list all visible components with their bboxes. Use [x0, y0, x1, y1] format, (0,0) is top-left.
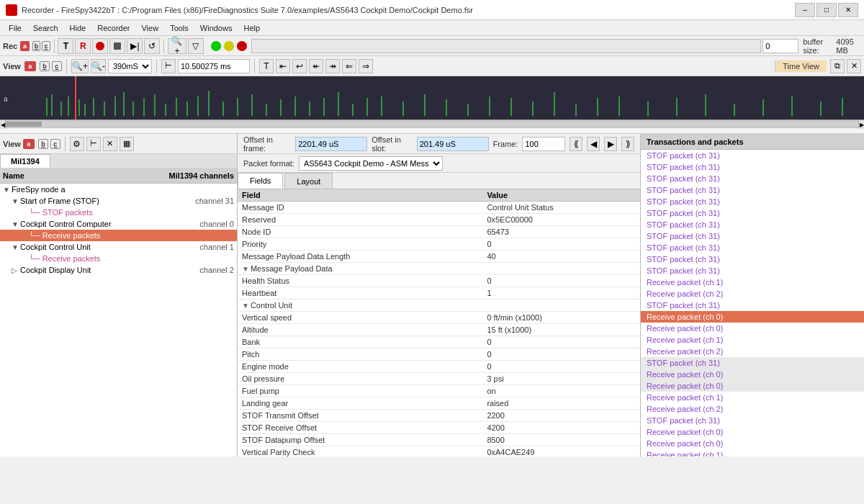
list-item[interactable]: Receive packet (ch 0)	[641, 426, 864, 438]
list-item[interactable]: Receive packet (ch 0)	[641, 369, 864, 380]
table-row[interactable]: STOF Datapump Offset8500	[238, 434, 640, 446]
list-item[interactable]: STOF packet (ch 31)	[641, 207, 864, 219]
table-row[interactable]: STOF Receive Offset4200	[238, 422, 640, 434]
maximize-button[interactable]: □	[816, 3, 837, 17]
list-item[interactable]: STOF packet (ch 31)	[641, 196, 864, 207]
tree-node-cdu[interactable]: ▷ Cockpit Display Unit channel 2	[0, 264, 237, 276]
tv-btn-left[interactable]: ↞	[309, 59, 323, 73]
h-scrollbar[interactable]: ◀ ▶	[0, 120, 864, 128]
list-item[interactable]: STOF packet (ch 31)	[641, 300, 864, 311]
list-item[interactable]: Receive packet (ch 0)	[641, 380, 864, 392]
close-button[interactable]: ✕	[838, 3, 858, 17]
table-row[interactable]: Landing gearraised	[238, 397, 640, 410]
table-row[interactable]: Pitch0	[238, 348, 640, 361]
nav-next-btn[interactable]: ▶	[604, 137, 617, 151]
zoom-in-button[interactable]: 🔍+	[168, 38, 186, 54]
tv-btn-next[interactable]: ⇒	[359, 59, 373, 73]
table-row[interactable]: Message Payload Data Length40	[238, 251, 640, 263]
list-item[interactable]: Receive packet (ch 2)	[641, 403, 864, 415]
menu-file[interactable]: File	[3, 22, 27, 34]
offset-slot-input[interactable]: 201.49 uS	[417, 137, 489, 151]
menu-tools[interactable]: Tools	[164, 22, 194, 34]
tree-node-stof-pkts[interactable]: └─ STOF packets	[0, 207, 237, 218]
menu-help[interactable]: Help	[238, 22, 266, 34]
tv-btn-right[interactable]: ↠	[325, 59, 340, 73]
tv-btn-prev[interactable]: ⇐	[342, 59, 356, 73]
frame-input[interactable]: 100	[522, 137, 565, 151]
text-button[interactable]: T	[58, 38, 73, 54]
zoom-select[interactable]: 390mS	[108, 59, 152, 73]
list-item[interactable]: STOF packet (ch 31)	[641, 265, 864, 276]
table-row[interactable]: Engine mode0	[238, 361, 640, 373]
wave-display[interactable]: a	[0, 76, 864, 120]
record-button[interactable]	[92, 38, 108, 54]
menu-hide[interactable]: Hide	[64, 22, 92, 34]
list-item[interactable]: STOF packet (ch 31)	[641, 184, 864, 196]
lp-btn2[interactable]: ⊢	[86, 137, 101, 151]
zoom-out-btn[interactable]: 🔍-	[91, 59, 106, 73]
offset-frame-input[interactable]: 2201.49 uS	[295, 137, 367, 151]
tab-fields[interactable]: Fields	[238, 173, 283, 189]
list-item[interactable]: Receive packet (ch 1)	[641, 276, 864, 288]
list-item[interactable]: STOF packet (ch 31)	[641, 357, 864, 369]
nav-first-btn[interactable]: ⟪	[570, 137, 582, 151]
tv-close-btn[interactable]: ✕	[847, 59, 861, 73]
counter-input[interactable]: 0	[762, 39, 798, 53]
menu-recorder[interactable]: Recorder	[91, 22, 135, 34]
nav-last-btn[interactable]: ⟫	[621, 137, 634, 151]
table-row[interactable]: Heartbeat1	[238, 287, 640, 300]
menu-windows[interactable]: Windows	[194, 22, 238, 34]
table-row[interactable]: Priority0	[238, 238, 640, 251]
list-item[interactable]: STOF packet (ch 31)	[641, 230, 864, 242]
list-item[interactable]: Receive packet (ch 2)	[641, 346, 864, 357]
table-row[interactable]: Vertical Parity Check0xA4CAE249	[238, 446, 640, 457]
table-row[interactable]: Bank0	[238, 336, 640, 348]
table-row[interactable]: STOF Transmit Offset2200	[238, 410, 640, 422]
format-select[interactable]: AS5643 Cockpit Demo - ASM Messag...	[299, 156, 443, 171]
table-row[interactable]: Node ID65473	[238, 226, 640, 238]
list-item[interactable]: STOF packet (ch 31)	[641, 253, 864, 265]
nav-prev-btn[interactable]: ◀	[587, 137, 600, 151]
list-item[interactable]: STOF packet (ch 31)	[641, 219, 864, 230]
tv-btn-arrow2[interactable]: ↩	[292, 59, 307, 73]
menu-view[interactable]: View	[135, 22, 164, 34]
menu-search[interactable]: Search	[27, 22, 64, 34]
tab-layout[interactable]: Layout	[284, 173, 333, 189]
lp-gear-btn[interactable]: ⚙	[70, 137, 84, 151]
step-button[interactable]: ▶|	[127, 38, 143, 54]
list-item[interactable]: Receive packet (ch 2)	[641, 288, 864, 300]
time-input[interactable]: 10.500275 ms	[178, 59, 250, 73]
tree-node-recv-pkts-2[interactable]: └─ Receive packets	[0, 253, 237, 264]
tv-btn-t[interactable]: T	[259, 59, 274, 73]
tree-node-ccu[interactable]: ▼ Cockpit Control Unit channel 1	[0, 241, 237, 253]
list-item[interactable]: Receive packet (ch 0)	[641, 311, 864, 323]
list-item[interactable]: STOF packet (ch 31)	[641, 150, 864, 161]
table-row[interactable]: Fuel pumpon	[238, 385, 640, 397]
table-row[interactable]: Message IDControl Unit Status	[238, 202, 640, 214]
table-row[interactable]: Oil pressure3 psi	[238, 373, 640, 385]
lp-layout-btn[interactable]: ▦	[120, 137, 134, 151]
list-item[interactable]: STOF packet (ch 31)	[641, 173, 864, 184]
table-row[interactable]: Reserved0x5EC00000	[238, 214, 640, 226]
filter-button[interactable]: ▽	[188, 38, 204, 54]
table-row[interactable]: Vertical speed0 ft/min (x1000)	[238, 312, 640, 324]
list-item[interactable]: Receive packet (ch 1)	[641, 449, 864, 456]
tv-float-btn[interactable]: ⧉	[830, 59, 845, 73]
status-bar-input[interactable]	[251, 39, 762, 53]
list-item[interactable]: STOF packet (ch 31)	[641, 161, 864, 173]
list-item[interactable]: Receive packet (ch 0)	[641, 323, 864, 334]
list-item[interactable]: Receive packet (ch 1)	[641, 334, 864, 346]
list-item[interactable]: STOF packet (ch 31)	[641, 415, 864, 426]
tree-node-firespy[interactable]: ▼ FireSpy node a	[0, 184, 237, 195]
minimize-button[interactable]: –	[795, 3, 815, 17]
list-item[interactable]: Receive packet (ch 1)	[641, 392, 864, 403]
mil1394-tab[interactable]: Mil1394	[0, 154, 50, 168]
loop-button[interactable]: ↺	[144, 38, 160, 54]
stop-button[interactable]	[109, 38, 125, 54]
zoom-in-btn[interactable]: 🔍+	[71, 59, 89, 73]
table-row[interactable]: Altitude15 ft (x1000)	[238, 324, 640, 336]
list-item[interactable]: Receive packet (ch 0)	[641, 438, 864, 449]
tree-node-stof[interactable]: ▼ Start of Frame (STOF) channel 31	[0, 195, 237, 207]
table-row[interactable]: Health Status0	[238, 275, 640, 287]
tv-btn-arrow[interactable]: ⇤	[276, 59, 290, 73]
